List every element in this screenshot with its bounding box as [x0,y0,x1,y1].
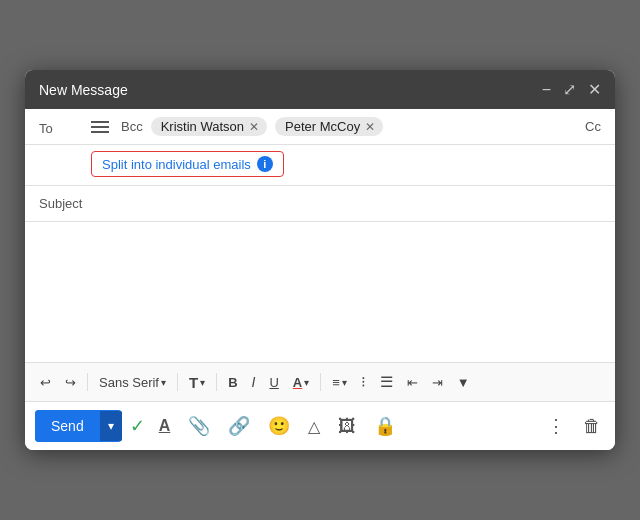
compose-window: New Message − ⤢ ✕ To Bcc Kristin Watson … [25,70,615,450]
text-color-icon: A [293,375,302,390]
send-button[interactable]: Send [35,410,100,442]
drive-button[interactable]: △ [304,413,324,440]
bottom-bar: Send ▾ ✓ A 📎 🔗 🙂 [25,401,615,450]
bcc-line3 [91,131,109,133]
delete-icon: 🗑 [583,416,601,437]
bottom-actions: ✓ A 📎 🔗 🙂 △ 🖼 [130,411,401,441]
titlebar-controls: − ⤢ ✕ [542,80,601,99]
recipient-name-1: Kristin Watson [161,119,244,134]
font-size-icon: T [189,374,198,391]
subject-row: Subject [25,186,615,222]
window-title: New Message [39,82,128,98]
formatting-toolbar: ↩ ↪ Sans Serif ▾ T ▾ B I U [25,362,615,401]
photo-button[interactable]: 🖼 [334,412,360,441]
info-icon: i [257,156,273,172]
attach-icon: 📎 [188,415,210,437]
redo-icon: ↪ [65,375,76,390]
emoji-icon: 🙂 [268,415,290,437]
more-formatting-icon: ▼ [457,375,470,390]
indent-increase-icon: ⇥ [432,375,443,390]
compose-area[interactable] [25,222,615,362]
text-format-icon: A [159,417,171,435]
undo-icon: ↩ [40,375,51,390]
remove-recipient-1[interactable]: ✕ [249,121,259,133]
cc-label[interactable]: Cc [585,119,601,134]
indent-decrease-button[interactable]: ⇤ [402,371,423,394]
to-label: To [39,117,91,136]
lock-icon: 🔒 [374,415,396,437]
font-size-chevron: ▾ [200,377,205,388]
text-format-button[interactable]: A [155,413,175,439]
lock-button[interactable]: 🔒 [370,411,400,441]
undo-button[interactable]: ↩ [35,371,56,394]
indent-decrease-icon: ⇤ [407,375,418,390]
bcc-icon[interactable] [91,121,109,133]
send-label: Send [51,418,84,434]
toolbar-separator-3 [216,373,217,391]
split-emails-button[interactable]: Split into individual emails i [91,151,284,177]
bottom-right-actions: ⋮ 🗑 [543,411,605,441]
font-family-label: Sans Serif [99,375,159,390]
italic-button[interactable]: I [247,370,261,394]
send-group: Send ▾ [35,410,122,442]
toolbar-separator-2 [177,373,178,391]
align-button[interactable]: ≡ ▾ [327,371,352,394]
compose-body: To Bcc Kristin Watson ✕ Peter McCoy ✕ Cc [25,109,615,450]
link-button[interactable]: 🔗 [224,411,254,441]
more-options-icon: ⋮ [547,415,565,437]
link-icon: 🔗 [228,415,250,437]
subject-input[interactable] [91,196,601,211]
underline-icon: U [269,375,278,390]
font-family-chevron: ▾ [161,377,166,388]
indent-increase-button[interactable]: ⇥ [427,371,448,394]
bcc-line1 [91,121,109,123]
subject-label: Subject [39,196,91,211]
redo-button[interactable]: ↪ [60,371,81,394]
align-chevron: ▾ [342,377,347,388]
recipient-name-2: Peter McCoy [285,119,360,134]
attach-button[interactable]: 📎 [184,411,214,441]
font-family-button[interactable]: Sans Serif ▾ [94,371,171,394]
align-icon: ≡ [332,375,340,390]
photo-icon: 🖼 [338,416,356,437]
toolbar-separator-4 [320,373,321,391]
to-field-content: Bcc Kristin Watson ✕ Peter McCoy ✕ Cc [91,117,601,136]
text-color-chevron: ▾ [304,377,309,388]
italic-icon: I [252,374,256,390]
bold-icon: B [228,375,237,390]
delete-button[interactable]: 🗑 [579,411,605,441]
split-button-row: Split into individual emails i [25,145,615,186]
titlebar: New Message − ⤢ ✕ [25,70,615,109]
more-options-button[interactable]: ⋮ [543,411,569,441]
split-emails-label: Split into individual emails [102,157,251,172]
recipient-chip-2: Peter McCoy ✕ [275,117,383,136]
bullet-list-button[interactable]: ☰ [375,369,398,395]
underline-button[interactable]: U [264,371,283,394]
bold-button[interactable]: B [223,371,242,394]
maximize-button[interactable]: ⤢ [563,80,576,99]
close-button[interactable]: ✕ [588,80,601,99]
text-color-button[interactable]: A ▾ [288,371,314,394]
minimize-button[interactable]: − [542,81,551,99]
bullet-list-icon: ☰ [380,373,393,391]
numbered-list-button[interactable]: ⁝ [356,369,371,395]
to-row: To Bcc Kristin Watson ✕ Peter McCoy ✕ Cc [25,109,615,145]
bcc-line2 [91,126,109,128]
more-formatting-button[interactable]: ▼ [452,371,475,394]
remove-recipient-2[interactable]: ✕ [365,121,375,133]
font-size-button[interactable]: T ▾ [184,370,210,395]
numbered-list-icon: ⁝ [361,373,366,391]
recipient-chip-1: Kristin Watson ✕ [151,117,267,136]
drive-icon: △ [308,417,320,436]
check-icon: ✓ [130,415,145,437]
send-arrow-icon: ▾ [108,419,114,433]
send-dropdown-button[interactable]: ▾ [100,411,122,441]
toolbar-separator-1 [87,373,88,391]
emoji-button[interactable]: 🙂 [264,411,294,441]
bcc-label[interactable]: Bcc [121,119,143,134]
